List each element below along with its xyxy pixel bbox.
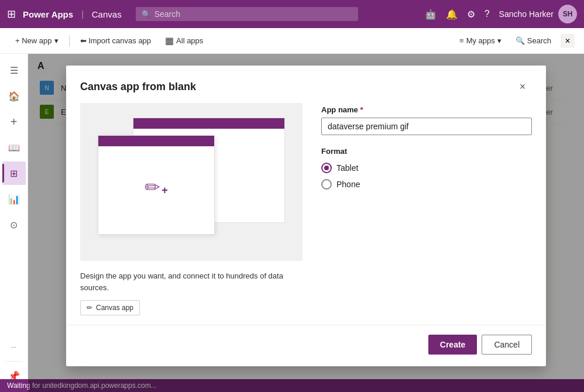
toolbar-right: ≡ My apps ▾ 🔍 Search ✕ [455,34,575,48]
search-input[interactable] [154,9,352,19]
modal-close-button[interactable]: × [513,77,532,96]
sidebar-item-more[interactable]: ··· [2,335,26,359]
new-app-button[interactable]: + New app ▾ [9,33,64,49]
preview-fg-window: ✏ + [98,135,215,235]
preview-fg-bar [98,136,214,146]
format-label: Format [321,147,532,156]
user-menu[interactable]: Sancho Harker SH [499,5,577,23]
nav-right-icons: 🤖 🔔 ⚙ ? Sancho Harker SH [425,5,577,23]
help-icon[interactable]: ? [485,9,490,19]
app-preview-image: ✏ + [80,103,303,261]
plus-icon: + [162,184,168,197]
app-name-label: App name * [321,105,532,114]
import-button[interactable]: ⬅ Import canvas app [74,33,157,49]
preview-bg-bar [133,118,284,129]
canvas-app-tag[interactable]: ✏ Canvas app [80,300,140,315]
gear-icon[interactable]: ⚙ [467,9,475,20]
toolbar-close-button[interactable]: ✕ [561,34,575,48]
tablet-label: Tablet [336,163,358,173]
search-icon: 🔍 [142,10,151,19]
main-layout: ☰ 🏠 + 📖 ⊞ 📊 ⊙ ··· 📌 A N Net Gross Price … [0,54,584,392]
avatar: SH [558,5,577,23]
robot-icon[interactable]: 🤖 [425,9,437,20]
sidebar-divider [5,361,23,362]
preview-illustration: ✏ + [98,118,285,246]
sidebar-item-create[interactable]: + [2,110,26,133]
sidebar: ☰ 🏠 + 📖 ⊞ 📊 ⊙ ··· 📌 [0,54,28,392]
modal-body: ✏ + Design the app you want, and connect… [66,103,546,325]
toolbar-search-icon: 🔍 [516,36,525,45]
sidebar-item-home[interactable]: 🏠 [2,84,26,108]
format-phone-option[interactable]: Phone [321,179,532,190]
nav-subtitle: Canvas [92,9,122,19]
modal-left-panel: ✏ + Design the app you want, and connect… [80,103,303,315]
my-apps-chevron: ▾ [497,36,501,45]
brand-divider: | [81,9,84,19]
user-name: Sancho Harker [499,9,554,19]
modal-right-panel: App name * Format Tablet Phone [321,103,532,315]
list-icon: ≡ [459,36,464,45]
secondary-toolbar: + New app ▾ ⬅ Import canvas app ▦ All ap… [0,28,584,54]
chevron-down-icon: ▾ [54,36,59,45]
brand-label: Power Apps [23,9,73,19]
pencil-icon: ✏ [145,176,160,198]
toolbar-search-label: Search [527,36,551,45]
waffle-icon[interactable]: ⊞ [7,8,16,20]
tablet-radio-button[interactable] [321,163,332,173]
sidebar-item-monitor[interactable]: ⊙ [2,213,26,236]
modal-header: Canvas app from blank × [66,66,546,103]
create-button[interactable]: Create [428,335,477,355]
sidebar-item-apps[interactable]: ⊞ [2,161,26,185]
phone-radio-button[interactable] [321,179,332,190]
top-search-box[interactable]: 🔍 [136,7,358,21]
sidebar-item-data[interactable]: 📊 [2,187,26,211]
format-tablet-option[interactable]: Tablet [321,163,532,173]
modal-title: Canvas app from blank [80,81,196,93]
canvas-tag-icon: ✏ [87,304,92,312]
cancel-button[interactable]: Cancel [482,335,532,355]
required-marker: * [358,105,363,114]
phone-label: Phone [336,180,360,189]
canvas-app-modal: Canvas app from blank × [66,66,546,366]
all-apps-button[interactable]: ▦ All apps [159,32,209,50]
format-radio-group: Tablet Phone [321,163,532,190]
my-apps-label: My apps [466,36,495,45]
all-apps-label: All apps [176,36,203,45]
app-name-input[interactable] [321,118,532,135]
sidebar-item-menu[interactable]: ☰ [2,59,26,82]
new-app-label: + New app [15,36,52,45]
canvas-tag-label: Canvas app [96,304,133,312]
toolbar-separator [69,35,70,47]
top-navbar: ⊞ Power Apps | Canvas 🔍 🤖 🔔 ⚙ ? Sancho H… [0,0,584,28]
preview-icon-area: ✏ + [98,146,214,228]
bell-icon[interactable]: 🔔 [446,9,458,20]
toolbar-search-button[interactable]: 🔍 Search [511,34,556,47]
main-content: A N Net Gross Price ··· 2 wk ago Sancho … [28,54,584,392]
modal-backdrop: Canvas app from blank × [28,54,584,392]
my-apps-button[interactable]: ≡ My apps ▾ [455,34,506,47]
sidebar-item-learn[interactable]: 📖 [2,136,26,159]
modal-footer: Create Cancel [66,325,546,366]
import-label: ⬅ Import canvas app [80,36,152,45]
all-apps-icon: ▦ [165,35,174,46]
modal-description: Design the app you want, and connect it … [80,270,303,293]
